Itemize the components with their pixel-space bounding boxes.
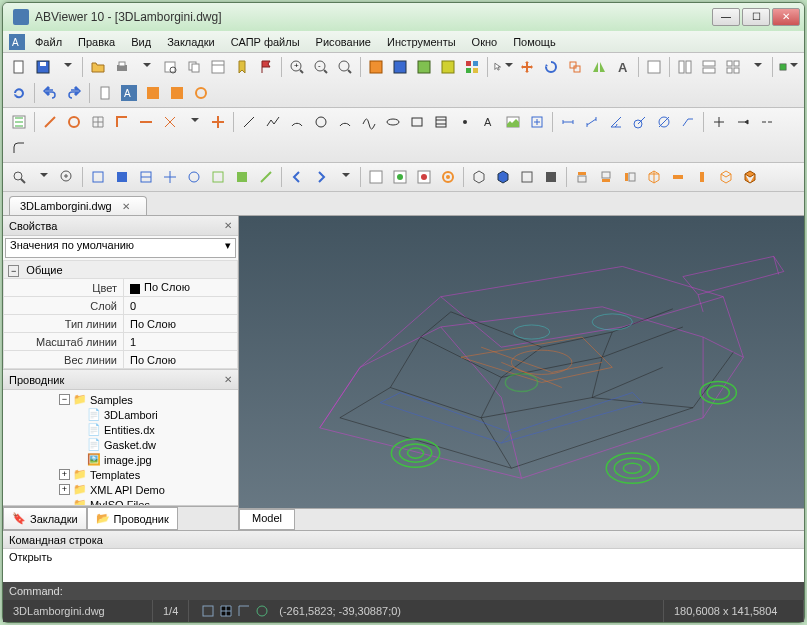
menu-file[interactable]: Файл	[27, 34, 70, 50]
redo-button[interactable]	[63, 82, 85, 104]
undo-button[interactable]	[39, 82, 61, 104]
menu-bookmarks[interactable]: Закладки	[159, 34, 223, 50]
view-nav-6[interactable]	[207, 166, 229, 188]
draw-arc2-button[interactable]	[334, 111, 356, 133]
command-prompt[interactable]: Command:	[3, 582, 804, 600]
draw-circle-button[interactable]	[310, 111, 332, 133]
draw-ellipse-button[interactable]	[382, 111, 404, 133]
file-tree[interactable]: − 📁 Samples 📄 3DLambori 📄 Entities.dx 📄	[3, 390, 238, 505]
menu-tools[interactable]: Инструменты	[379, 34, 464, 50]
snap-perp-icon[interactable]	[111, 111, 133, 133]
flag-button[interactable]	[255, 56, 277, 78]
layout-3-icon[interactable]	[698, 56, 720, 78]
edit-break-button[interactable]	[756, 111, 778, 133]
layers-1-button[interactable]	[365, 56, 387, 78]
snap-ext-icon[interactable]	[135, 111, 157, 133]
view-nav-7[interactable]	[231, 166, 253, 188]
print-button[interactable]	[111, 56, 133, 78]
plugin-setup-icon[interactable]	[8, 111, 30, 133]
draw-arc-button[interactable]	[286, 111, 308, 133]
tool-ext-1[interactable]	[142, 82, 164, 104]
zoom-fit-button[interactable]	[334, 56, 356, 78]
new-button[interactable]	[8, 56, 30, 78]
cursor-mode-dropdown[interactable]	[492, 56, 514, 78]
color-dropdown[interactable]	[777, 56, 799, 78]
expand-icon[interactable]: +	[59, 484, 70, 495]
snap-mid-icon[interactable]	[63, 111, 85, 133]
misc-2[interactable]	[691, 166, 713, 188]
prop-row-lineweight[interactable]: Вес линии По Слою	[4, 351, 238, 369]
color-palette-button[interactable]	[461, 56, 483, 78]
menu-sapr[interactable]: САПР файлы	[223, 34, 308, 50]
tree-node-file[interactable]: 📄 Gasket.dw	[5, 437, 236, 452]
render-3-button[interactable]	[413, 166, 435, 188]
render-1-button[interactable]	[365, 166, 387, 188]
layers-2-button[interactable]	[389, 56, 411, 78]
view-iso-icon[interactable]	[643, 166, 665, 188]
tool-ext-3[interactable]	[190, 82, 212, 104]
snap-tool-6[interactable]	[159, 111, 181, 133]
view3d-1[interactable]	[468, 166, 490, 188]
view-nav-1[interactable]	[87, 166, 109, 188]
move-button[interactable]	[516, 56, 538, 78]
view-zoom-extents-icon[interactable]	[56, 166, 78, 188]
layout-1-icon[interactable]	[643, 56, 665, 78]
save-button[interactable]	[32, 56, 54, 78]
view3d-4[interactable]	[540, 166, 562, 188]
edit-fillet-button[interactable]	[8, 137, 30, 159]
draw-point-button[interactable]	[454, 111, 476, 133]
zoom-in-button[interactable]: +	[286, 56, 308, 78]
view-nav-3[interactable]	[135, 166, 157, 188]
app-menu-icon[interactable]: A	[9, 34, 25, 50]
rotate-button[interactable]	[540, 56, 562, 78]
draw-text-button[interactable]: A	[478, 111, 500, 133]
view-nav-8[interactable]	[255, 166, 277, 188]
tree-node-file[interactable]: 📄 Entities.dx	[5, 422, 236, 437]
tool-ext-2[interactable]	[166, 82, 188, 104]
layers-3-button[interactable]	[413, 56, 435, 78]
open-button[interactable]	[87, 56, 109, 78]
document-tab[interactable]: 3DLamborgini.dwg ✕	[9, 196, 147, 215]
view-zoom-icon[interactable]	[8, 166, 30, 188]
misc-1[interactable]	[667, 166, 689, 188]
view-top-icon[interactable]	[571, 166, 593, 188]
menu-window[interactable]: Окно	[464, 34, 506, 50]
refresh-button[interactable]	[8, 82, 30, 104]
view3d-3[interactable]	[516, 166, 538, 188]
layout-2-icon[interactable]	[674, 56, 696, 78]
view-front-icon[interactable]	[595, 166, 617, 188]
edit-trim-button[interactable]	[708, 111, 730, 133]
misc-4[interactable]	[739, 166, 761, 188]
text-button[interactable]: A	[612, 56, 634, 78]
menu-help[interactable]: Помощь	[505, 34, 564, 50]
tree-node-file[interactable]: 🖼️ image.jpg	[5, 452, 236, 467]
view-zoom-dropdown[interactable]	[32, 166, 54, 188]
tree-node-file[interactable]: 📄 3DLambori	[5, 407, 236, 422]
tree-node-templates[interactable]: + 📁 Templates	[5, 467, 236, 482]
tab-explorer[interactable]: 📂 Проводник	[87, 507, 178, 530]
dim-radius-button[interactable]	[629, 111, 651, 133]
dim-leader-button[interactable]	[677, 111, 699, 133]
dim-angle-button[interactable]	[605, 111, 627, 133]
snap-grid-icon[interactable]	[87, 111, 109, 133]
ortho-status-icon[interactable]	[237, 604, 251, 618]
misc-3[interactable]	[715, 166, 737, 188]
render-2-button[interactable]	[389, 166, 411, 188]
model-tab[interactable]: Model	[239, 509, 295, 530]
view-arrow-right-icon[interactable]	[310, 166, 332, 188]
tab-close-icon[interactable]: ✕	[122, 201, 130, 212]
properties-button[interactable]	[207, 56, 229, 78]
maximize-button[interactable]: ☐	[742, 8, 770, 26]
page-button[interactable]	[94, 82, 116, 104]
tree-node-samples[interactable]: − 📁 Samples	[5, 392, 236, 407]
app-info-button[interactable]: A	[118, 82, 140, 104]
polar-status-icon[interactable]	[255, 604, 269, 618]
menu-draw[interactable]: Рисование	[308, 34, 379, 50]
copy-button[interactable]	[183, 56, 205, 78]
scale-button[interactable]	[564, 56, 586, 78]
view3d-2[interactable]	[492, 166, 514, 188]
view-side-icon[interactable]	[619, 166, 641, 188]
prop-row-layer[interactable]: Слой 0	[4, 297, 238, 315]
bookmark-button[interactable]	[231, 56, 253, 78]
save-dropdown[interactable]	[56, 56, 78, 78]
